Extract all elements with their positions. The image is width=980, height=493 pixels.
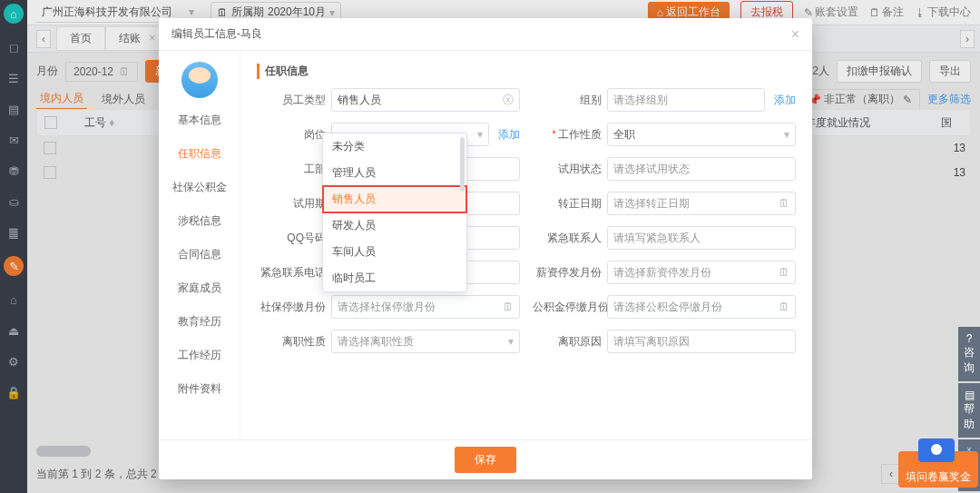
leave-nature-select[interactable]: 请选择离职性质 ▾ xyxy=(331,330,520,353)
modal-footer: 保存 xyxy=(159,439,812,479)
trial-status-placeholder: 请选择试用状态 xyxy=(613,162,690,177)
modal-side-nav: 基本信息 任职信息 社保公积金 涉税信息 合同信息 家庭成员 教育经历 工作经历… xyxy=(159,51,240,439)
social-stop-input[interactable]: 请选择社保停缴月份 🗓 xyxy=(331,295,520,319)
dropdown-option[interactable]: 管理人员 xyxy=(323,160,466,186)
leave-nature-placeholder: 请选择离职性质 xyxy=(338,334,414,350)
field-emp-type: 员工类型 销售人员 ⓧ xyxy=(257,88,520,112)
field-social-stop: 社保停缴月份 请选择社保停缴月份 🗓 xyxy=(257,295,520,319)
group-placeholder: 请选择组别 xyxy=(613,93,668,108)
regular-date-label: 转正日期 xyxy=(533,196,602,212)
promo-banner[interactable]: 填问卷赢奖金 xyxy=(898,451,978,488)
leave-reason-label: 离职原因 xyxy=(533,334,602,350)
post-add-link[interactable]: 添加 xyxy=(498,127,520,143)
field-emergency-contact: 紧急联系人 请填写紧急联系人 xyxy=(533,226,796,250)
group-label: 组别 xyxy=(533,93,602,108)
field-leave-nature: 离职性质 请选择离职性质 ▾ xyxy=(257,330,520,353)
trial-period-label: 试用期 xyxy=(257,196,326,212)
qq-label: QQ号码 xyxy=(257,231,326,246)
social-stop-label: 社保停缴月份 xyxy=(257,300,326,315)
group-select[interactable]: 请选择组别 xyxy=(607,88,765,112)
calendar-icon: 🗓 xyxy=(779,197,789,210)
group-add-link[interactable]: 添加 xyxy=(774,93,796,108)
side-tax[interactable]: 涉税信息 xyxy=(159,210,240,232)
calendar-icon: 🗓 xyxy=(779,266,789,279)
emp-type-value: 销售人员 xyxy=(338,93,381,108)
edit-employee-modal: 编辑员工信息-马良 × 基本信息 任职信息 社保公积金 涉税信息 合同信息 家庭… xyxy=(159,18,812,479)
chevron-down-icon: ▾ xyxy=(508,335,514,348)
field-regular-date: 转正日期 请选择转正日期 🗓 xyxy=(533,192,796,215)
emergency-contact-input[interactable]: 请填写紧急联系人 xyxy=(607,226,796,250)
avatar xyxy=(181,62,218,98)
emp-type-label: 员工类型 xyxy=(257,93,326,108)
float-help[interactable]: ▤ 帮助 xyxy=(958,383,980,438)
fund-stop-placeholder: 请选择公积金停缴月份 xyxy=(613,300,722,315)
modal-title: 编辑员工信息-马良 xyxy=(172,26,262,42)
field-work-nature: *工作性质 全职 ▾ xyxy=(533,123,796,146)
field-leave-reason: 离职原因 请填写离职原因 xyxy=(533,330,796,353)
emp-type-dropdown: 未分类 管理人员 销售人员 研发人员 车间人员 临时员工 xyxy=(322,133,467,292)
dropdown-option[interactable]: 临时员工 xyxy=(323,265,466,291)
regular-date-placeholder: 请选择转正日期 xyxy=(613,196,690,212)
field-group: 组别 请选择组别 添加 xyxy=(533,88,796,112)
emergency-contact-label: 紧急联系人 xyxy=(533,231,602,246)
chevron-down-icon: ▾ xyxy=(477,128,483,141)
save-button[interactable]: 保存 xyxy=(455,447,516,473)
promo-label: 填问卷赢奖金 xyxy=(906,469,971,485)
regular-date-input[interactable]: 请选择转正日期 🗓 xyxy=(607,192,796,215)
trial-status-label: 试用状态 xyxy=(533,162,602,177)
field-trial-status: 试用状态 请选择试用状态 xyxy=(533,157,796,181)
float-help-label: 帮助 xyxy=(962,401,976,432)
dropdown-scrollbar[interactable] xyxy=(460,137,465,192)
calendar-icon: 🗓 xyxy=(779,301,789,313)
depart-label: 工部 xyxy=(257,162,326,177)
emergency-contact-placeholder: 请填写紧急联系人 xyxy=(613,231,701,246)
work-nature-select[interactable]: 全职 ▾ xyxy=(607,123,796,146)
calendar-icon: 🗓 xyxy=(503,301,514,313)
salary-stop-placeholder: 请选择薪资停发月份 xyxy=(613,265,711,281)
dropdown-option-selected[interactable]: 销售人员 xyxy=(323,186,466,212)
salary-stop-label: 薪资停发月份 xyxy=(533,265,602,281)
dropdown-option[interactable]: 研发人员 xyxy=(323,212,466,239)
leave-reason-input[interactable]: 请填写离职原因 xyxy=(607,330,796,353)
field-salary-stop: 薪资停发月份 请选择薪资停发月份 🗓 xyxy=(533,261,796,284)
modal-header: 编辑员工信息-马良 × xyxy=(159,18,812,51)
social-stop-placeholder: 请选择社保停缴月份 xyxy=(338,300,436,315)
clear-icon[interactable]: ⓧ xyxy=(503,93,514,108)
chevron-down-icon: ▾ xyxy=(784,128,789,141)
side-work[interactable]: 工作经历 xyxy=(159,344,240,367)
emp-type-select[interactable]: 销售人员 ⓧ xyxy=(331,88,520,112)
side-job[interactable]: 任职信息 xyxy=(159,143,240,165)
post-label: 岗位 xyxy=(257,127,326,143)
leave-nature-label: 离职性质 xyxy=(257,334,326,350)
float-consult[interactable]: ? 咨询 xyxy=(958,327,980,381)
work-nature-value: 全职 xyxy=(613,127,635,143)
side-attachment[interactable]: 附件资料 xyxy=(159,378,240,400)
fund-stop-label: 公积金停缴月份 xyxy=(533,300,602,315)
salary-stop-input[interactable]: 请选择薪资停发月份 🗓 xyxy=(607,261,796,284)
dropdown-option[interactable]: 车间人员 xyxy=(323,239,466,265)
doc-icon: ▤ xyxy=(962,389,976,401)
work-nature-label: *工作性质 xyxy=(533,127,602,143)
work-nature-label-text: 工作性质 xyxy=(558,128,602,141)
float-consult-label: 咨询 xyxy=(962,345,976,376)
question-icon: ? xyxy=(962,332,976,345)
field-fund-stop: 公积金停缴月份 请选择公积金停缴月份 🗓 xyxy=(533,295,796,319)
side-basic[interactable]: 基本信息 xyxy=(159,109,240,132)
close-icon[interactable]: × xyxy=(791,26,799,43)
section-title: 任职信息 xyxy=(257,64,796,79)
emergency-phone-label: 紧急联系电话 xyxy=(257,265,326,281)
side-family[interactable]: 家庭成员 xyxy=(159,277,240,300)
side-social[interactable]: 社保公积金 xyxy=(159,176,240,199)
dropdown-option[interactable]: 未分类 xyxy=(323,133,466,160)
leave-reason-placeholder: 请填写离职原因 xyxy=(613,334,690,350)
side-contract[interactable]: 合同信息 xyxy=(159,243,240,266)
side-education[interactable]: 教育经历 xyxy=(159,311,240,333)
fund-stop-input[interactable]: 请选择公积金停缴月份 🗓 xyxy=(607,295,796,319)
trial-status-select[interactable]: 请选择试用状态 xyxy=(607,157,796,181)
